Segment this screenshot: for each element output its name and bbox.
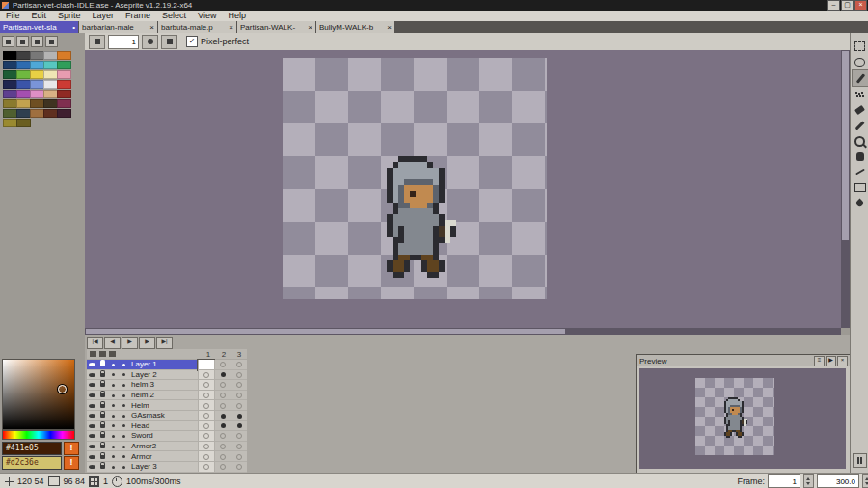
palette-swatch[interactable]: [30, 80, 44, 89]
zoom-tool-button[interactable]: [852, 133, 868, 149]
layer-name[interactable]: Sword: [129, 431, 198, 441]
menu-select[interactable]: Select: [156, 11, 192, 21]
palette-swatch[interactable]: [43, 90, 58, 98]
layer-visibility-icon[interactable]: [87, 462, 97, 472]
layer-row[interactable]: Helm: [87, 400, 247, 411]
tab-2[interactable]: barbarian-male×: [79, 21, 158, 33]
layer-dot-icon[interactable]: [119, 462, 129, 472]
palette-swatch[interactable]: [30, 90, 44, 98]
palette-swatch[interactable]: [16, 61, 31, 69]
palette-swatch[interactable]: [43, 61, 58, 69]
layer-name[interactable]: GAsmask: [129, 411, 198, 420]
palette-presets-button[interactable]: [31, 36, 43, 47]
cel[interactable]: [198, 431, 214, 442]
palette-swatch[interactable]: [3, 80, 17, 89]
spray-tool-button[interactable]: [852, 87, 868, 102]
layer-row[interactable]: Head: [87, 421, 247, 432]
layer-dot-icon[interactable]: [119, 370, 129, 380]
layer-lock-icon[interactable]: [97, 442, 108, 451]
playback-button-2[interactable]: ◀: [104, 337, 121, 349]
layer-row[interactable]: Armor: [87, 451, 247, 462]
layer-visibility-icon[interactable]: [87, 452, 97, 462]
cel[interactable]: [198, 421, 214, 432]
layer-name[interactable]: Armor: [129, 452, 198, 462]
cel[interactable]: [231, 462, 247, 473]
layer-lock-icon[interactable]: [97, 391, 108, 400]
palette-swatch[interactable]: [43, 70, 58, 79]
tab-3[interactable]: barbuta-male.p×: [158, 21, 237, 33]
cel[interactable]: [214, 442, 231, 452]
brush-size-input[interactable]: [108, 35, 139, 49]
palette-options-button[interactable]: [2, 36, 14, 47]
cel[interactable]: [214, 431, 231, 442]
tab-close-icon[interactable]: ×: [149, 23, 154, 32]
palette-swatch[interactable]: [3, 51, 17, 60]
layer-visibility-icon[interactable]: [87, 431, 97, 441]
frame-number[interactable]: 1: [201, 350, 216, 359]
cel[interactable]: [214, 391, 231, 401]
layer-dot-icon[interactable]: [119, 360, 129, 369]
hue-slider[interactable]: [2, 430, 75, 440]
palette-swatch[interactable]: [16, 109, 31, 118]
layer-visibility-icon[interactable]: [87, 411, 97, 420]
frame-number[interactable]: 2: [216, 350, 231, 359]
tab-close-icon[interactable]: ×: [308, 23, 312, 32]
layer-visibility-icon[interactable]: [87, 401, 97, 411]
cel[interactable]: [198, 360, 214, 370]
color-picker-selector[interactable]: [58, 385, 67, 393]
layer-lock-icon[interactable]: [97, 360, 108, 369]
layer-visibility-icon[interactable]: [87, 421, 97, 431]
layer-visibility-icon[interactable]: [87, 360, 97, 369]
layer-dot-icon[interactable]: [108, 442, 119, 451]
pencil-tool-button[interactable]: [852, 69, 868, 87]
palette-swatch[interactable]: [57, 99, 71, 108]
layer-dot-icon[interactable]: [108, 401, 119, 411]
palette-swatch[interactable]: [16, 119, 31, 127]
palette-swatch[interactable]: [43, 51, 58, 60]
cel[interactable]: [214, 451, 231, 462]
palette-swatch[interactable]: [57, 61, 71, 69]
cel[interactable]: [214, 421, 231, 432]
layer-name[interactable]: Armor2: [129, 442, 198, 451]
cel[interactable]: [198, 400, 214, 411]
cel[interactable]: [198, 411, 214, 421]
palette-swatch[interactable]: [57, 109, 71, 118]
eyedropper-tool-button[interactable]: [852, 118, 868, 133]
layer-lock-icon[interactable]: [97, 411, 108, 420]
header-options-icon[interactable]: [109, 351, 116, 357]
layer-dot-icon[interactable]: [119, 401, 129, 411]
layer-name[interactable]: Layer 1: [129, 360, 198, 369]
preview-menu-button[interactable]: ≡: [814, 356, 825, 366]
background-warning-icon[interactable]: !: [64, 456, 79, 470]
layer-dot-icon[interactable]: [119, 431, 129, 441]
layer-dot-icon[interactable]: [108, 380, 119, 390]
palette-swatch[interactable]: [30, 70, 44, 79]
horizontal-scrollbar[interactable]: [85, 328, 841, 335]
foreground-color-hex[interactable]: #411e05: [2, 442, 62, 455]
palette-swatch[interactable]: [57, 70, 71, 79]
layer-dot-icon[interactable]: [108, 421, 119, 431]
layer-lock-icon[interactable]: [97, 370, 108, 380]
layer-row[interactable]: Layer 1: [87, 360, 247, 370]
layer-name[interactable]: Layer 3: [129, 462, 198, 472]
palette-swatch[interactable]: [30, 109, 44, 118]
menu-view[interactable]: View: [192, 11, 222, 21]
rectangular-marquee-tool-button[interactable]: [852, 39, 868, 54]
layer-visibility-icon[interactable]: [87, 380, 97, 390]
layer-lock-icon[interactable]: [97, 401, 108, 411]
cel[interactable]: [198, 380, 214, 391]
brush-type-button[interactable]: [89, 35, 105, 49]
palette-swatch[interactable]: [3, 99, 17, 108]
slice-tool-button[interactable]: [852, 164, 868, 179]
palette-swatch[interactable]: [16, 99, 31, 108]
menu-edit[interactable]: Edit: [26, 11, 53, 21]
layer-row[interactable]: Armor2: [87, 442, 247, 452]
blur-tool-button[interactable]: [852, 195, 868, 210]
layer-dot-icon[interactable]: [108, 411, 119, 420]
palette-swatch[interactable]: [43, 80, 58, 89]
menu-frame[interactable]: Frame: [120, 11, 156, 21]
cel[interactable]: [231, 442, 247, 452]
pixel-perfect-checkbox[interactable]: ✓: [186, 36, 198, 47]
menu-help[interactable]: Help: [222, 11, 252, 21]
sprite-canvas[interactable]: [375, 156, 462, 278]
